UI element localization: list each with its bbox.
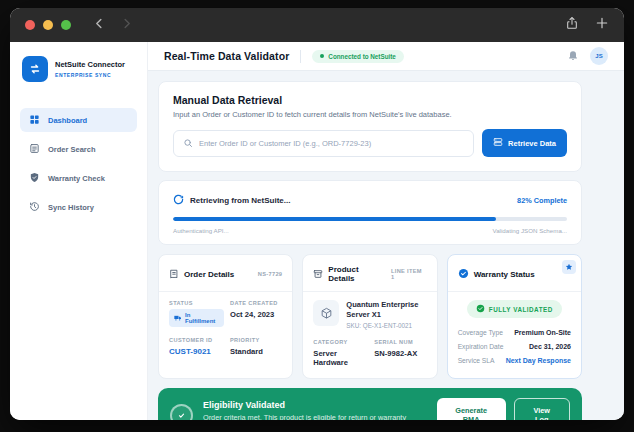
warranty-card-title: Warranty Status: [474, 270, 535, 279]
forward-icon: [120, 16, 133, 34]
page-title: Real-Time Data Validator: [164, 50, 289, 62]
product-name: Quantum Enterprise Server X1: [346, 300, 426, 320]
row-value: Dec 31, 2026: [529, 343, 571, 350]
close-window-button[interactable]: [25, 20, 35, 30]
sidebar-nav: Dashboard Order Search Warranty Check: [20, 108, 137, 219]
field-date-created: DATE CREATED Oct 24, 2023: [230, 300, 282, 327]
spinner-icon: [173, 191, 184, 209]
sidebar-item-dashboard[interactable]: Dashboard: [20, 108, 137, 132]
sidebar-item-label: Dashboard: [48, 116, 87, 125]
main-content: Manual Data Retrieval Input an Order or …: [148, 71, 624, 420]
progress-percent-label: 82% Complete: [517, 196, 567, 205]
cube-icon: [313, 300, 339, 326]
sidebar-item-label: Sync History: [48, 203, 94, 212]
fully-validated-badge: FULLY VALIDATED: [467, 300, 562, 318]
field-label: CATEGORY: [313, 339, 368, 345]
field-value: Standard: [230, 347, 282, 356]
customer-id-link[interactable]: CUST-9021: [169, 347, 224, 356]
row-label: Service SLA: [458, 357, 495, 364]
check-circle-green-icon: [476, 304, 485, 314]
sidebar-item-warranty-check[interactable]: Warranty Check: [20, 166, 137, 190]
archive-box-icon: [313, 265, 323, 283]
star-icon: [562, 260, 576, 274]
brand: NetSuite Connector ENTERPRISE SYNC: [20, 56, 137, 82]
retrieve-data-button[interactable]: Retrieve Data: [482, 129, 567, 157]
order-id-search-box: [173, 130, 474, 157]
warranty-row-expiration: Expiration Date Dec 31, 2026: [458, 343, 571, 350]
manual-retrieval-card: Manual Data Retrieval Input an Order or …: [158, 81, 582, 172]
fulfillment-status-badge: In Fulfillment: [169, 309, 224, 327]
progress-bar: [173, 217, 567, 221]
banner-message: Order criteria met. This product is elig…: [203, 413, 427, 420]
zoom-window-button[interactable]: [61, 20, 71, 30]
sla-link[interactable]: Next Day Response: [506, 357, 571, 364]
divider: [159, 291, 292, 292]
validated-label: FULLY VALIDATED: [489, 306, 553, 313]
field-status: STATUS In Fulfillment: [169, 300, 224, 327]
warranty-status-card: Warranty Status FULLY VALIDATED Coverage…: [447, 254, 582, 379]
field-customer-id: CUSTOMER ID CUST-9021: [169, 337, 224, 356]
search-icon: [183, 134, 193, 152]
divider: [448, 291, 581, 292]
field-label: STATUS: [169, 300, 224, 306]
retrieval-subtitle: Input an Order or Customer ID to fetch c…: [173, 110, 567, 119]
order-ref: NS-7729: [258, 271, 283, 277]
field-category: CATEGORY Server Hardware: [313, 339, 368, 367]
brand-tagline: ENTERPRISE SYNC: [55, 72, 125, 78]
field-label: CUSTOMER ID: [169, 337, 224, 343]
avatar[interactable]: JS: [590, 47, 608, 65]
brand-name: NetSuite Connector: [55, 60, 125, 69]
warranty-row-sla: Service SLA Next Day Response: [458, 357, 571, 364]
field-serial: SERIAL NUM SN-9982-AX: [374, 339, 426, 367]
history-clock-icon: [29, 201, 40, 214]
sidebar-item-label: Order Search: [48, 145, 96, 154]
status-value: In Fulfillment: [185, 312, 219, 324]
sync-arrows-icon: [22, 56, 48, 82]
sidebar: NetSuite Connector ENTERPRISE SYNC Dashb…: [10, 42, 148, 420]
field-priority: PRIORITY Standard: [230, 337, 282, 356]
line-item-ref: LINE ITEM 1: [391, 268, 427, 280]
database-icon: [493, 137, 503, 149]
field-value: Oct 24, 2023: [230, 310, 282, 319]
bell-icon[interactable]: [567, 47, 579, 65]
traffic-lights: [25, 20, 71, 30]
progress-step-right: Validating JSON Schema...: [492, 227, 567, 234]
progress-status-text: Retrieving from NetSuite...: [190, 196, 290, 205]
order-id-input[interactable]: [199, 139, 464, 148]
banner-title: Eligibility Validated: [203, 400, 427, 410]
window-titlebar: [10, 8, 624, 42]
check-circle-outline-icon: [170, 404, 193, 420]
sidebar-item-label: Warranty Check: [48, 174, 105, 183]
check-circle-icon: [458, 265, 469, 283]
progress-step-left: Authenticating API...: [173, 227, 229, 234]
progress-fill: [173, 217, 496, 221]
retrieval-title: Manual Data Retrieval: [173, 94, 567, 106]
connection-status-badge: Connected to NetSuite: [312, 50, 404, 63]
row-label: Expiration Date: [458, 343, 504, 350]
order-list-icon: [29, 143, 40, 156]
field-label: SERIAL NUM: [374, 339, 426, 345]
order-details-card: Order Details NS-7729 STATUS: [158, 254, 293, 379]
view-log-button[interactable]: View Log: [514, 398, 570, 420]
sidebar-item-order-search[interactable]: Order Search: [20, 137, 137, 161]
detail-cards-row: Order Details NS-7729 STATUS: [158, 254, 582, 379]
share-icon[interactable]: [565, 16, 579, 34]
connection-status-label: Connected to NetSuite: [328, 53, 396, 60]
field-value: SN-9982-AX: [374, 349, 426, 358]
product-sku: SKU: QE-X1-ENT-0021: [346, 322, 426, 329]
row-value: Premium On-Site: [514, 329, 571, 336]
status-dot-icon: [320, 54, 324, 58]
field-label: DATE CREATED: [230, 300, 282, 306]
back-icon[interactable]: [93, 16, 106, 34]
row-label: Coverage Type: [458, 329, 503, 336]
generate-rma-button[interactable]: Generate RMA: [437, 398, 506, 420]
receipt-icon: [169, 265, 179, 283]
field-value: Server Hardware: [313, 349, 368, 367]
product-details-card: Product Details LINE ITEM 1 Quantum Ente…: [302, 254, 437, 379]
minimize-window-button[interactable]: [43, 20, 53, 30]
truck-icon: [174, 314, 182, 323]
eligibility-banner: Eligibility Validated Order criteria met…: [158, 388, 582, 420]
new-tab-icon[interactable]: [595, 16, 609, 34]
header-divider: [300, 50, 301, 63]
sidebar-item-sync-history[interactable]: Sync History: [20, 195, 137, 219]
